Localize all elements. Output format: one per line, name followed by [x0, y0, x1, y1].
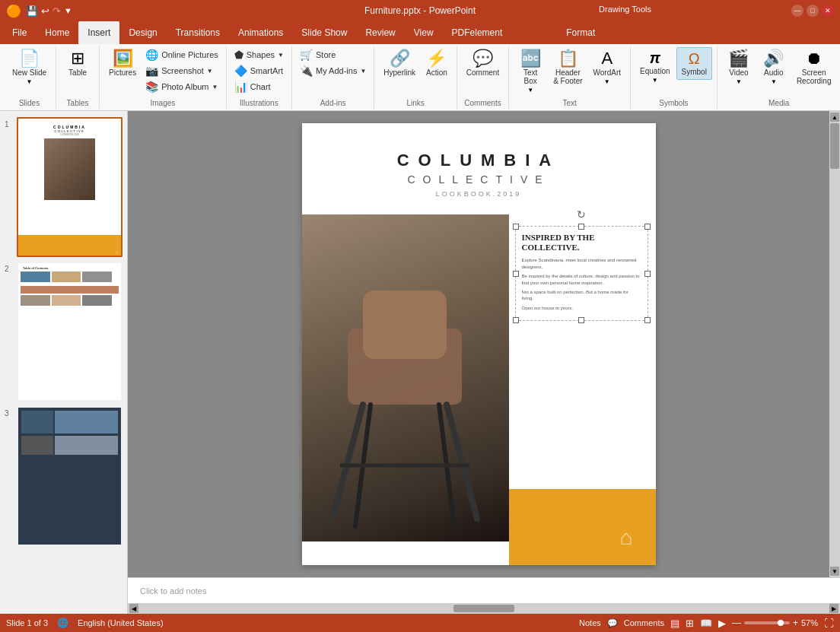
- photo-album-icon: 📚: [145, 81, 158, 93]
- tab-file[interactable]: File: [3, 21, 36, 44]
- tab-format[interactable]: Format: [557, 21, 604, 44]
- equation-label: Equation: [640, 67, 670, 75]
- slide-text-box[interactable]: ↻ INSPIRED BY THE COLLECTIVE. Explore Sc…: [515, 226, 648, 321]
- comments-items: 💬 Comment: [462, 47, 504, 97]
- slide-preview-2[interactable]: Table of Contents: [17, 262, 123, 402]
- s3-img1: [21, 411, 53, 434]
- undo-icon[interactable]: ↩: [41, 5, 49, 17]
- ribbon-group-links: 🔗 Hyperlink ⚡ Action Links: [374, 46, 457, 109]
- zoom-in-icon[interactable]: +: [793, 618, 798, 628]
- handle-bottom-middle[interactable]: [578, 317, 584, 323]
- text-box-button[interactable]: 🔤 TextBox ▼: [514, 47, 547, 97]
- handle-top-middle[interactable]: [578, 224, 584, 230]
- tab-review[interactable]: Review: [356, 21, 404, 44]
- customize-icon[interactable]: ▼: [64, 6, 72, 15]
- new-slide-icon: 📄: [19, 50, 40, 67]
- save-icon[interactable]: 💾: [26, 5, 38, 17]
- smartart-label: SmartArt: [250, 66, 283, 75]
- comment-button[interactable]: 💬 Comment: [462, 47, 504, 80]
- slide-preview-1[interactable]: COLUMBIA COLLECTIVE LOOKBOOK.2019 ⌂: [17, 117, 123, 257]
- tab-insert[interactable]: Insert: [78, 21, 119, 44]
- notes-area[interactable]: Click to add notes: [128, 577, 840, 603]
- my-addins-button[interactable]: 🔌 My Add-ins ▼: [297, 63, 369, 78]
- slideshow-icon[interactable]: ▶: [718, 618, 726, 629]
- slide-thumb-1[interactable]: 1 COLUMBIA COLLECTIVE LOOKBOOK.2019 ⌂: [5, 117, 123, 257]
- shapes-button[interactable]: ⬟ Shapes ▼: [231, 47, 287, 62]
- vertical-scrollbar[interactable]: ▲ ▼: [829, 111, 840, 577]
- header-footer-button[interactable]: 📋 Header& Footer: [549, 47, 587, 88]
- chart-button[interactable]: 📊 Chart: [231, 79, 287, 94]
- zoom-slider[interactable]: [744, 621, 790, 624]
- addins-items: 🛒 Store 🔌 My Add-ins ▼: [297, 47, 369, 97]
- zoom-slider-thumb[interactable]: [778, 620, 784, 626]
- horizontal-scrollbar[interactable]: ◀ ▶: [128, 603, 840, 614]
- tab-animations[interactable]: Animations: [229, 21, 292, 44]
- symbols-items: π Equation ▼ Ω Symbol: [635, 47, 712, 97]
- audio-button[interactable]: 🔊 Audio ▼: [757, 47, 791, 88]
- tab-view[interactable]: View: [405, 21, 443, 44]
- symbol-button[interactable]: Ω Symbol: [676, 47, 712, 80]
- scroll-thumb[interactable]: [830, 123, 839, 169]
- normal-view-icon[interactable]: ▤: [670, 618, 679, 629]
- handle-bottom-left[interactable]: [513, 317, 519, 323]
- zoom-out-icon[interactable]: —: [732, 618, 741, 628]
- photo-album-button[interactable]: 📚 Photo Album ▼: [142, 79, 221, 94]
- handle-top-right[interactable]: [644, 224, 651, 230]
- slides-group-label: Slides: [19, 97, 40, 107]
- store-button[interactable]: 🛒 Store: [297, 47, 369, 62]
- rotate-handle[interactable]: ↻: [577, 208, 586, 221]
- redo-icon[interactable]: ↷: [52, 5, 61, 17]
- tab-pdfelement[interactable]: PDFelement: [443, 21, 512, 44]
- window-title: Furniture.pptx - PowerPoint: [364, 5, 476, 16]
- hyperlink-button[interactable]: 🔗 Hyperlink: [379, 47, 420, 80]
- handle-middle-left[interactable]: [513, 271, 519, 277]
- scroll-down-button[interactable]: ▼: [830, 567, 839, 576]
- close-button[interactable]: ✕: [822, 5, 834, 17]
- equation-icon: π: [650, 50, 660, 65]
- table-button[interactable]: ⊞ Table: [61, 47, 94, 80]
- slide-gold-bar: [509, 489, 656, 565]
- maximize-button[interactable]: □: [807, 5, 819, 17]
- scroll-h-track[interactable]: [138, 603, 829, 614]
- screen-recording-button[interactable]: ⏺ ScreenRecording: [792, 47, 836, 88]
- status-bar-left: Slide 1 of 3 🌐 English (United States): [6, 618, 164, 628]
- s3-img4: [55, 436, 118, 455]
- scroll-up-button[interactable]: ▲: [830, 113, 839, 122]
- s3-img3: [21, 436, 53, 455]
- smartart-button[interactable]: 🔷 SmartArt: [231, 63, 287, 78]
- screenshot-button[interactable]: 📷 Screenshot ▼: [142, 63, 221, 78]
- video-button[interactable]: 🎬 Video ▼: [722, 47, 756, 88]
- slide-thumb-2[interactable]: 2 Table of Contents: [5, 262, 123, 402]
- notes-button[interactable]: Notes: [579, 618, 601, 627]
- canvas-area[interactable]: COLUMBIA COLLECTIVE LOOKBOOK.2019: [128, 111, 829, 577]
- tab-home[interactable]: Home: [36, 21, 78, 44]
- comments-label[interactable]: Comments: [624, 618, 664, 627]
- pictures-button[interactable]: 🖼️ Pictures: [104, 47, 141, 80]
- action-button[interactable]: ⚡ Action: [422, 47, 452, 80]
- wordart-button[interactable]: A WordArt ▼: [589, 47, 626, 88]
- slide-sorter-icon[interactable]: ⊞: [686, 618, 694, 629]
- scroll-h-thumb[interactable]: [453, 605, 514, 612]
- zoom-control[interactable]: — + 57%: [732, 618, 818, 628]
- handle-middle-right[interactable]: [644, 271, 651, 277]
- slide-thumb-3[interactable]: 3: [5, 406, 123, 546]
- scroll-right-button[interactable]: ▶: [829, 604, 838, 613]
- handle-bottom-right[interactable]: [644, 317, 651, 323]
- equation-button[interactable]: π Equation ▼: [635, 47, 674, 87]
- scroll-track[interactable]: [829, 122, 840, 567]
- comments-button[interactable]: 💬: [607, 618, 618, 628]
- minimize-button[interactable]: —: [791, 5, 803, 17]
- tab-slideshow[interactable]: Slide Show: [292, 21, 356, 44]
- links-group-label: Links: [406, 97, 424, 107]
- tab-design[interactable]: Design: [119, 21, 166, 44]
- fit-slide-icon[interactable]: ⛶: [824, 618, 834, 629]
- handle-top-left[interactable]: [513, 224, 519, 230]
- s2-img-5: [52, 295, 81, 306]
- online-pictures-button[interactable]: 🌐 Online Pictures: [142, 47, 221, 62]
- scroll-left-button[interactable]: ◀: [129, 604, 138, 613]
- new-slide-button[interactable]: 📄 New Slide ▼: [8, 47, 51, 88]
- slide-preview-3[interactable]: [17, 406, 123, 546]
- links-items: 🔗 Hyperlink ⚡ Action: [379, 47, 451, 97]
- tab-transitions[interactable]: Transitions: [167, 21, 229, 44]
- reading-view-icon[interactable]: 📖: [700, 618, 712, 629]
